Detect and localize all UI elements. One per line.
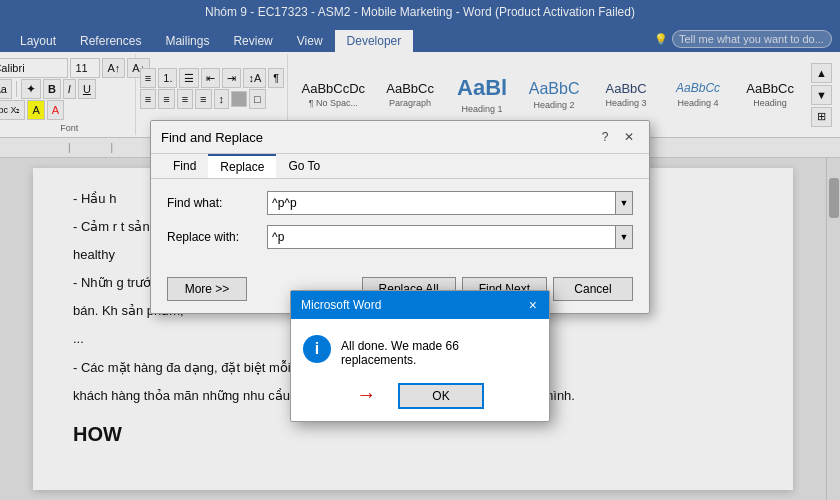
find-replace-title: Find and Replace <box>161 130 263 145</box>
find-replace-close-btn[interactable]: ✕ <box>619 127 639 147</box>
replace-input[interactable] <box>267 225 615 249</box>
word-dialog-message: All done. We made 66 replacements. <box>341 335 537 367</box>
cancel-btn[interactable]: Cancel <box>553 277 633 301</box>
find-replace-title-bar: Find and Replace ? ✕ <box>151 121 649 154</box>
tab-goto[interactable]: Go To <box>276 154 332 178</box>
ok-button[interactable]: OK <box>398 383 483 409</box>
replace-input-container: ▼ <box>267 225 633 249</box>
find-replace-title-actions: ? ✕ <box>595 127 639 147</box>
find-input[interactable] <box>267 191 615 215</box>
find-replace-body: Find what: ▼ Replace with: ▼ <box>151 179 649 271</box>
word-dialog-title-bar: Microsoft Word × <box>291 291 549 319</box>
find-replace-dialog: Find and Replace ? ✕ Find Replace Go To … <box>150 120 650 314</box>
replace-field: Replace with: ▼ <box>167 225 633 249</box>
word-dialog-close-btn[interactable]: × <box>527 297 539 313</box>
more-btn[interactable]: More >> <box>167 277 247 301</box>
tab-find[interactable]: Find <box>161 154 208 178</box>
info-icon: i <box>303 335 331 363</box>
arrow-icon <box>356 383 386 397</box>
replace-dropdown-btn[interactable]: ▼ <box>615 225 633 249</box>
find-field: Find what: ▼ <box>167 191 633 215</box>
find-dropdown-btn[interactable]: ▼ <box>615 191 633 215</box>
find-label: Find what: <box>167 196 267 210</box>
find-input-container: ▼ <box>267 191 633 215</box>
word-dialog-title-text: Microsoft Word <box>301 298 381 312</box>
find-replace-help-btn[interactable]: ? <box>595 127 615 147</box>
word-info-dialog: Microsoft Word × i All done. We made 66 … <box>290 290 550 422</box>
replace-label: Replace with: <box>167 230 267 244</box>
find-replace-tabs: Find Replace Go To <box>151 154 649 179</box>
word-dialog-body: i All done. We made 66 replacements. <box>291 319 549 375</box>
word-dialog-footer: OK <box>291 375 549 421</box>
tab-replace[interactable]: Replace <box>208 154 276 178</box>
